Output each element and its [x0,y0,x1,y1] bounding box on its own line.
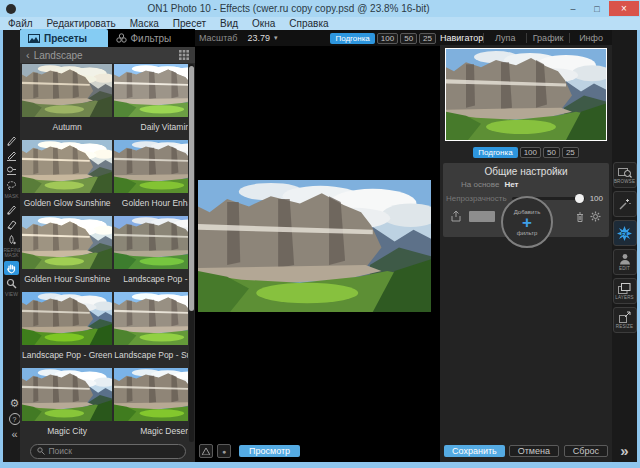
preset-thumbnail[interactable] [22,368,112,421]
preset-grid: Autumn Daily Vitamin [22,64,188,442]
tab-info[interactable]: Инфо [570,33,612,43]
module-strip: BROWSE FX EDIT LAYERS RESIZE » [612,30,637,462]
navigator-thumbnail[interactable] [445,48,607,141]
lasso-tool[interactable] [4,178,19,192]
chisel-tool[interactable] [4,217,19,231]
quick-mask-tool[interactable] [4,163,19,177]
opacity-value: 100 [590,194,603,203]
preset-item[interactable]: Magic City [22,368,112,442]
browse-icon [618,166,632,178]
settings-title: Общие настройки [443,166,609,177]
module-edit[interactable]: EDIT [613,249,637,275]
nav-zoom-100-button[interactable]: 100 [520,147,541,158]
reset-button[interactable]: Сброс [564,445,608,457]
nav-fit-button[interactable]: Подгонка [473,147,517,158]
titlebar: ON1 Photo 10 - Effects (cwer.ru copy cop… [0,0,640,17]
zoom-25-button[interactable]: 25 [419,33,436,44]
search-input[interactable]: Поиск [30,444,186,459]
module-edit-label: EDIT [619,266,630,271]
opacity-slider-knob[interactable] [575,194,584,203]
nav-zoom-50-button[interactable]: 50 [543,147,560,158]
window-title: ON1 Photo 10 - Effects (cwer.ru copy cop… [16,3,561,14]
module-layers[interactable]: LAYERS [613,278,637,304]
module-browse[interactable]: BROWSE [613,162,637,188]
zoom-50-button[interactable]: 50 [400,33,417,44]
tab-presets[interactable]: Пресеты [20,29,108,47]
help-icon[interactable]: ? [9,413,21,425]
blur-tool[interactable] [4,232,19,246]
refine-brush-tool[interactable] [4,202,19,216]
scale-dropdown[interactable]: 23.79 ▾ [248,33,278,43]
menu-file[interactable]: Файл [8,18,33,29]
close-button[interactable]: × [609,1,639,16]
trash-icon[interactable] [576,212,584,222]
preset-item[interactable]: Daily Vitamin [114,64,188,138]
scrollbar-thumb[interactable] [189,66,194,311]
preset-item[interactable]: Autumn [22,64,112,138]
preset-label: Landscape Pop - Sunshine [114,345,188,365]
maximize-button[interactable]: □ [585,1,609,16]
preset-swatch[interactable] [469,211,495,222]
svg-text:FX: FX [621,230,628,236]
module-resize[interactable]: RESIZE [613,307,637,333]
tab-histogram[interactable]: График [527,33,570,43]
nav-zoom-25-button[interactable]: 25 [562,147,579,158]
menu-view[interactable]: Вид [220,18,238,29]
preset-item[interactable]: Golden Hour Sunshine [22,216,112,290]
enhance-wand-icon [618,198,631,211]
settings-gear-icon[interactable] [590,211,601,222]
masking-brush-tool[interactable] [4,133,19,147]
canvas-area[interactable]: Масштаб 23.79 ▾ Подгонка 100 50 25 [195,30,440,462]
fit-button[interactable]: Подгонка [330,33,374,44]
preset-thumbnail[interactable] [114,140,188,193]
tab-loupe[interactable]: Лупа [484,33,527,43]
preset-thumbnail[interactable] [114,216,188,269]
preset-thumbnail[interactable] [22,292,112,345]
main-image[interactable] [198,180,431,312]
preset-thumbnail[interactable] [114,64,188,117]
preset-item[interactable]: Golden Glow Sunshine [22,140,112,214]
masking-bug-tool[interactable] [4,148,19,162]
preset-scrollbar[interactable] [189,64,194,442]
clipping-warning-toggle[interactable] [199,444,213,458]
grid-view-icon[interactable] [179,50,189,60]
left-panel-tabs: Пресеты Фильтры [20,29,195,47]
preset-item[interactable]: Landscape Pop - Cool [114,216,188,290]
right-panel: Навигатор Лупа График Инфо Подгонка 100 … [440,30,612,462]
preset-thumbnail[interactable] [22,216,112,269]
save-button[interactable]: Сохранить [444,445,505,457]
menu-edit[interactable]: Редактировать [47,18,116,29]
menu-help[interactable]: Справка [289,18,328,29]
menu-preset[interactable]: Пресет [173,18,206,29]
based-on-value[interactable]: Нет [504,180,518,189]
preset-item[interactable]: Landscape Pop - Sunshine [114,292,188,366]
category-bar[interactable]: ‹ Landscape [20,47,195,63]
minimize-button[interactable]: – [561,1,585,16]
preset-thumbnail[interactable] [114,292,188,345]
add-filter-button[interactable]: Добавить + фильтр [501,196,553,248]
cancel-button[interactable]: Отмена [509,445,559,457]
preset-thumbnail[interactable] [22,64,112,117]
back-chevron-icon[interactable]: ‹ [26,49,30,61]
hand-tool[interactable] [4,261,19,275]
tab-filters[interactable]: Фильтры [108,29,196,47]
module-enhance[interactable] [613,191,637,217]
module-effects[interactable]: FX [613,220,637,246]
preset-thumbnail[interactable] [22,140,112,193]
menu-mask[interactable]: Маска [130,18,159,29]
preset-thumbnail[interactable] [114,368,188,421]
collapse-panel-icon[interactable]: « [11,429,17,440]
menu-window[interactable]: Окна [252,18,275,29]
zoom-tool[interactable] [4,276,19,290]
tab-navigator[interactable]: Навигатор [440,33,484,43]
preset-label: Golden Hour Enhancer [114,193,188,213]
preset-item[interactable]: Landscape Pop - Green [22,292,112,366]
export-icon[interactable] [451,211,461,222]
settings-gear-icon[interactable]: ⚙ [10,398,20,409]
preset-item[interactable]: Golden Hour Enhancer [114,140,188,214]
soft-proof-toggle[interactable]: ● [217,444,231,458]
preview-button[interactable]: Просмотр [239,445,300,457]
zoom-100-button[interactable]: 100 [377,33,398,44]
expand-panel-icon[interactable]: » [612,441,637,459]
preset-item[interactable]: Magic Desert [114,368,188,442]
